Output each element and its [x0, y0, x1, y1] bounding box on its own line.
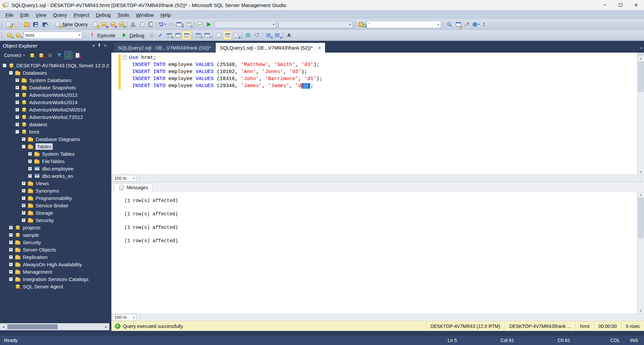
results-to-file-icon[interactable]: ▸ — [232, 31, 240, 40]
save-icon[interactable] — [31, 20, 40, 29]
chevron-down-icon[interactable]: ▾ — [438, 23, 439, 26]
tree-item-hrmt[interactable]: −hrmt — [0, 128, 109, 135]
chevron-down-icon[interactable]: ▾ — [165, 23, 166, 26]
database-combo[interactable]: hrmt▾ — [23, 31, 82, 39]
expander-minus-icon[interactable]: − — [3, 64, 6, 67]
code-area[interactable]: − Use hrmt; INSERT INTO employee VALUES … — [111, 53, 637, 175]
query-options-icon[interactable] — [173, 31, 182, 40]
scroll-up-icon[interactable]: ▴ — [637, 192, 644, 197]
save-all-icon[interactable] — [40, 20, 49, 29]
paste-icon[interactable] — [146, 20, 155, 29]
tree-item-security[interactable]: +Security — [0, 216, 109, 224]
close-button[interactable]: × — [628, 0, 644, 10]
expander-plus-icon[interactable]: + — [9, 233, 13, 237]
code-line-5[interactable]: INSERT INTO employee VALUES (29346, 'Jam… — [129, 82, 322, 89]
tab-scroll-icon[interactable]: ▾ — [640, 46, 642, 50]
tree-item-alwayson-high-availability[interactable]: +AlwaysOn High Availability — [0, 261, 109, 268]
tree-item-service-broker[interactable]: +Service Broker — [0, 202, 109, 209]
expander-plus-icon[interactable]: + — [9, 255, 13, 259]
tree-item-sample[interactable]: +sample — [0, 231, 109, 238]
expander-plus-icon[interactable]: + — [28, 174, 32, 178]
expander-plus-icon[interactable]: + — [15, 86, 19, 89]
expander-plus-icon[interactable]: + — [28, 167, 32, 170]
tree-item-desktop-4v7mr43-sql-server-12-0-256[interactable]: −▸DESKTOP-4V7MR43 (SQL Server 12.0.256 — [0, 62, 109, 69]
scroll-up-icon[interactable]: ▴ — [637, 56, 644, 61]
tree-item-databases[interactable]: −Databases — [0, 69, 109, 76]
start-play-icon[interactable] — [205, 20, 213, 29]
new-query-icon[interactable]: ▾ — [5, 20, 14, 29]
menu-debug[interactable]: Debug — [93, 11, 114, 18]
tree-item-database-snapshots[interactable]: +Database Snapshots — [0, 84, 109, 91]
tree-item-adventureworks2012[interactable]: +AdventureWorks2012 — [0, 91, 109, 98]
tree-item-projects[interactable]: +projects — [0, 224, 109, 231]
navigate-backward-icon[interactable]: ◂▾ — [175, 20, 184, 29]
expander-plus-icon[interactable]: + — [22, 204, 25, 207]
tree-item-sql-server-agent[interactable]: ●SQL Server Agent — [0, 283, 109, 290]
scroll-down-icon[interactable]: ▾ — [637, 169, 644, 175]
object-explorer-header[interactable]: Object Explorer ▾ × — [0, 41, 109, 50]
maximize-button[interactable] — [612, 0, 628, 10]
expander-plus-icon[interactable]: + — [15, 108, 19, 112]
minimize-button[interactable]: − — [597, 0, 612, 10]
chevron-down-icon[interactable]: ▾ — [93, 44, 95, 48]
expander-plus-icon[interactable]: + — [15, 100, 19, 104]
expander-minus-icon[interactable]: − — [22, 145, 25, 148]
chevron-down-icon[interactable]: ▾ — [174, 23, 175, 26]
tree-item-security[interactable]: +Security — [0, 238, 109, 246]
comment-icon[interactable] — [244, 31, 252, 40]
tree-item-filetables[interactable]: +FileTables — [0, 157, 109, 165]
find-symbol-icon[interactable] — [357, 20, 366, 29]
tree-item-replication[interactable]: +Replication — [0, 253, 109, 261]
expander-plus-icon[interactable]: + — [9, 248, 13, 252]
debug-button[interactable]: Debug — [118, 31, 147, 40]
code-line-1[interactable]: Use hrmt; — [129, 54, 322, 61]
expander-plus-icon[interactable]: + — [28, 152, 32, 156]
stop-icon[interactable] — [147, 31, 156, 40]
redo-icon[interactable]: ▾ — [167, 20, 175, 29]
script-error-icon[interactable]: × — [73, 51, 82, 59]
tree-item-system-databases[interactable]: +System Databases — [0, 76, 109, 84]
web-browser-icon[interactable]: ▾ — [471, 20, 480, 29]
code-lines[interactable]: Use hrmt; INSERT INTO employee VALUES (2… — [129, 54, 322, 89]
pin-icon[interactable] — [97, 43, 101, 48]
expander-plus-icon[interactable]: + — [9, 240, 13, 244]
code-line-3[interactable]: INSERT INTO employee VALUES (10102, 'Ann… — [129, 68, 322, 75]
parse-icon[interactable]: ✓ — [156, 31, 165, 40]
refresh-icon[interactable] — [64, 51, 72, 59]
mdx-query-icon[interactable] — [100, 20, 108, 29]
tab-messages[interactable]: Messages — [114, 183, 153, 192]
change-connection-icon[interactable]: × — [14, 31, 22, 40]
close-icon[interactable]: × — [104, 43, 107, 48]
tree-item-adventureworksdw2014[interactable]: +AdventureWorksDW2014 — [0, 106, 109, 113]
expander-plus-icon[interactable]: + — [9, 226, 13, 229]
tree-item-dbo-works-on[interactable]: +dbo.works_on — [0, 172, 109, 180]
connect-icon[interactable]: ▸ — [5, 31, 14, 40]
menu-help[interactable]: Help — [157, 11, 174, 18]
tree-item-programmability[interactable]: +Programmability — [0, 194, 109, 202]
expander-plus-icon[interactable]: + — [22, 182, 25, 185]
chevron-down-icon[interactable]: ▾ — [20, 23, 22, 26]
tab-close-icon[interactable]: × — [318, 45, 321, 51]
copy-icon[interactable] — [138, 20, 146, 29]
properties-window-icon[interactable] — [454, 20, 463, 29]
results-to-text-icon[interactable] — [214, 31, 223, 40]
expander-plus-icon[interactable]: + — [9, 277, 13, 281]
indent-icon[interactable]: ▸ — [264, 31, 273, 40]
menu-project[interactable]: Project — [70, 11, 93, 18]
chevron-down-icon[interactable]: ▾ — [350, 23, 351, 26]
connect-dropdown-button[interactable]: Connect ▾ — [2, 52, 27, 59]
cut-icon[interactable] — [129, 20, 138, 29]
stop-icon[interactable] — [46, 51, 54, 59]
scroll-left-icon[interactable]: ◂ — [0, 325, 7, 329]
scroll-left-icon[interactable]: ‹ — [137, 316, 143, 319]
document-tab-1[interactable]: SQLQuery2.sql - DE...V7MR43\frank (53))* — [114, 43, 215, 53]
editor-hscrollbar[interactable]: 100 % ▾ ‹ › — [111, 175, 644, 182]
expander-plus-icon[interactable]: + — [15, 115, 19, 119]
expander-minus-icon[interactable]: − — [15, 130, 19, 134]
xmla-query-icon[interactable] — [117, 20, 126, 29]
tree-item-adventureworkslt2012[interactable]: +AdventureWorksLT2012 — [0, 113, 109, 121]
menu-query[interactable]: Query — [50, 11, 70, 18]
code-line-2[interactable]: INSERT INTO employee VALUES (25348, 'Mat… — [129, 61, 322, 68]
scroll-left-icon[interactable]: ‹ — [137, 177, 143, 180]
find-combo[interactable]: '▾ — [367, 21, 441, 28]
